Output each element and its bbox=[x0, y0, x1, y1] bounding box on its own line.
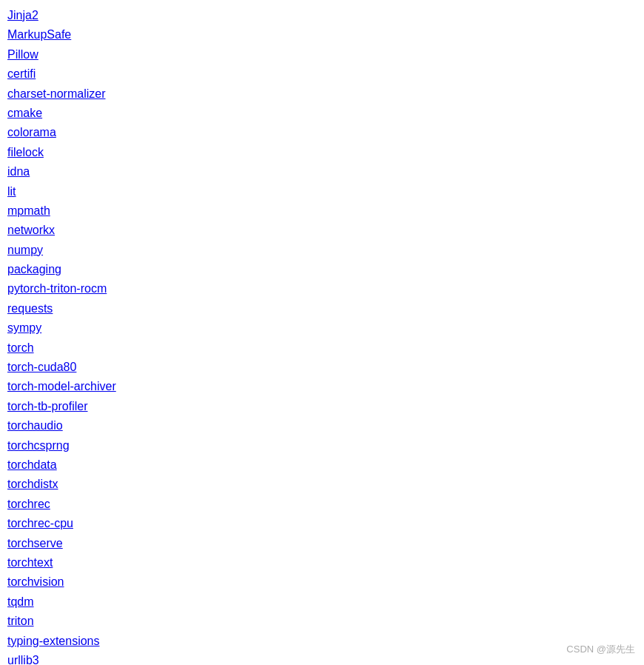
package-link[interactable]: torchdata bbox=[7, 455, 637, 475]
package-link[interactable]: mpmath bbox=[7, 201, 637, 221]
package-link[interactable]: torchvision bbox=[7, 572, 637, 592]
package-link[interactable]: cmake bbox=[7, 104, 637, 123]
package-link[interactable]: Pillow bbox=[7, 45, 637, 64]
package-link[interactable]: idna bbox=[7, 162, 637, 181]
package-link[interactable]: torchdistx bbox=[7, 475, 637, 494]
package-link[interactable]: numpy bbox=[7, 241, 637, 260]
package-link[interactable]: tqdm bbox=[7, 592, 637, 612]
package-link[interactable]: torch-tb-profiler bbox=[7, 397, 637, 416]
package-link[interactable]: triton bbox=[7, 612, 637, 631]
package-link[interactable]: colorama bbox=[7, 123, 637, 142]
package-link[interactable]: torchcsprng bbox=[7, 436, 637, 455]
package-link[interactable]: torchserve bbox=[7, 534, 637, 553]
package-link[interactable]: networkx bbox=[7, 221, 637, 240]
package-link[interactable]: packaging bbox=[7, 260, 637, 279]
package-link[interactable]: certifi bbox=[7, 64, 637, 84]
package-link[interactable]: charset-normalizer bbox=[7, 84, 637, 104]
package-link[interactable]: requests bbox=[7, 299, 637, 318]
package-link[interactable]: torch-model-archiver bbox=[7, 377, 637, 396]
package-link[interactable]: MarkupSafe bbox=[7, 25, 637, 44]
package-link[interactable]: pytorch-triton-rocm bbox=[7, 279, 637, 298]
package-link[interactable]: torch-cuda80 bbox=[7, 358, 637, 377]
package-link[interactable]: Jinja2 bbox=[7, 6, 637, 25]
package-link[interactable]: typing-extensions bbox=[7, 632, 637, 651]
package-link[interactable]: torchrec bbox=[7, 495, 637, 514]
watermark: CSDN @源先生 bbox=[566, 643, 635, 656]
package-link[interactable]: lit bbox=[7, 182, 637, 201]
package-link[interactable]: torchtext bbox=[7, 553, 637, 572]
package-link[interactable]: torch bbox=[7, 338, 637, 358]
package-link[interactable]: torchaudio bbox=[7, 416, 637, 435]
package-link[interactable]: sympy bbox=[7, 318, 637, 338]
package-link[interactable]: filelock bbox=[7, 143, 637, 162]
package-link[interactable]: torchrec-cpu bbox=[7, 514, 637, 533]
package-list: Jinja2MarkupSafePillowcertificharset-nor… bbox=[7, 6, 637, 665]
package-link[interactable]: urllib3 bbox=[7, 651, 637, 665]
